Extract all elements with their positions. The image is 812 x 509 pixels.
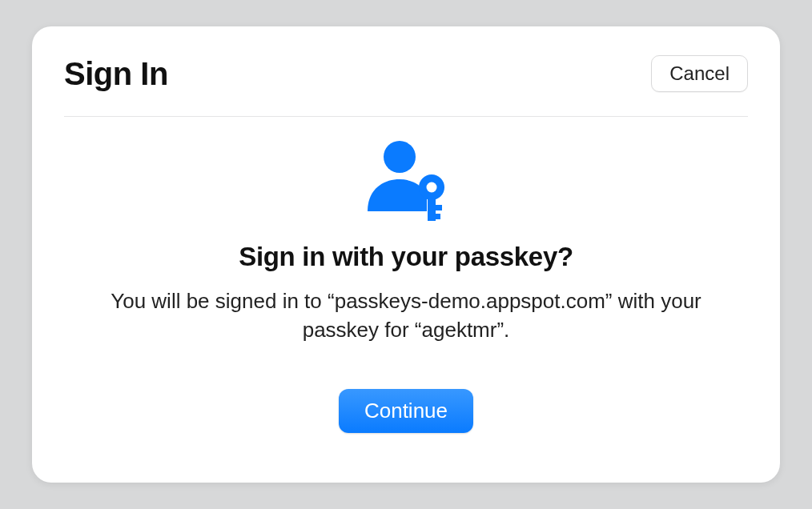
cancel-button[interactable]: Cancel (651, 55, 748, 92)
svg-point-0 (384, 141, 416, 173)
dialog-title: Sign In (64, 56, 168, 92)
prompt-title: Sign in with your passkey? (239, 242, 573, 272)
dialog-body: Sign in with your passkey? You will be s… (64, 117, 748, 451)
passkey-icon (358, 134, 454, 222)
svg-point-2 (427, 182, 437, 192)
continue-button[interactable]: Continue (339, 389, 473, 433)
svg-rect-5 (436, 214, 440, 219)
svg-rect-4 (436, 205, 442, 210)
prompt-description: You will be signed in to “passkeys-demo.… (94, 287, 718, 345)
dialog-header: Sign In Cancel (64, 55, 748, 117)
sign-in-dialog: Sign In Cancel Sign in with your passkey… (32, 26, 780, 483)
svg-rect-3 (428, 197, 436, 221)
